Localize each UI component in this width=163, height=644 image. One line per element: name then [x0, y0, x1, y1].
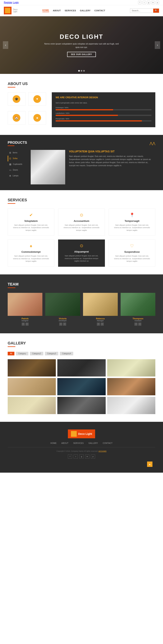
progress-item-1: Doloreque / 60%: [56, 107, 152, 110]
logo-text: Deco Light: [13, 8, 18, 13]
footer-nav: HOME ABOUT SERVICES GALLERY CONTACT: [8, 442, 155, 444]
search-button[interactable]: 🔍: [153, 9, 159, 13]
product-cat-cupboards[interactable]: ▦ Cupboards: [8, 162, 31, 167]
top-bar-links: Register Login: [4, 1, 18, 4]
team-fb-1[interactable]: f: [22, 322, 25, 326]
footer-fb-icon[interactable]: f: [68, 454, 72, 459]
hero-title: DECO LIGHT: [43, 33, 120, 40]
footer-copyright-link[interactable]: ACCIAMO: [98, 450, 106, 452]
services-grid: ✔ Voluptatem Nam aliquam pretium feugiat…: [8, 208, 155, 267]
gallery-item-7[interactable]: [8, 397, 56, 414]
service-desc-1: Nam aliquam pretium feugiat. Duis sem es…: [12, 224, 50, 232]
footer-nav-gallery[interactable]: GALLERY: [88, 442, 98, 444]
service-card-5-featured: ⊙ Aliquampret Nam aliquam pretium feugia…: [58, 240, 105, 267]
footer-tw-icon[interactable]: t: [74, 454, 78, 459]
linkedin-icon[interactable]: in: [151, 1, 155, 4]
hero-dot-3[interactable]: [83, 70, 85, 72]
footer: Deco Light HOME ABOUT SERVICES GALLERY C…: [0, 422, 163, 473]
product-cat-sofas[interactable]: ⊡ Sofas: [8, 156, 31, 162]
footer-li-icon[interactable]: in: [85, 454, 89, 459]
service-icon-4: ♠: [12, 244, 50, 248]
team-tw-2[interactable]: t: [63, 322, 66, 326]
service-desc-5: Nam aliquam pretium feugiat. Duis sem es…: [62, 255, 101, 262]
team-photo-2: [45, 293, 80, 316]
hero-dot-2[interactable]: [81, 70, 82, 72]
team-name-4: Thompson: [120, 318, 155, 320]
products-collapse-icon[interactable]: ⋀⋀: [150, 141, 155, 146]
gallery-filter-cat2[interactable]: Category2: [30, 352, 43, 356]
footer-nav-services[interactable]: SERVICES: [73, 442, 84, 444]
nav-home[interactable]: HOME: [42, 9, 49, 12]
footer-nav-contact[interactable]: CONTACT: [103, 442, 112, 444]
gallery-section: GALLERY All Category Category2 Category3…: [0, 333, 163, 422]
product-cat-doors[interactable]: ▭ Doors: [8, 167, 31, 173]
register-link[interactable]: Register: [4, 1, 12, 4]
top-bar: Register Login f t g in p: [0, 0, 163, 5]
about-icon-graduation: 🎓: [8, 92, 26, 106]
gallery-item-9[interactable]: [107, 397, 155, 414]
progress-bar-bg-3: [56, 120, 152, 122]
hero-prev-button[interactable]: ‹: [3, 41, 8, 49]
product-cat-lamps[interactable]: ⊗ Lamps: [8, 173, 31, 179]
footer-gp-icon[interactable]: g: [80, 454, 84, 459]
team-role-1: Designer: [8, 320, 42, 322]
gallery-filter-cat3[interactable]: Category3: [45, 352, 58, 356]
gallery-filter-cat1[interactable]: Category: [16, 352, 28, 356]
service-icon-1: ✔: [12, 212, 50, 218]
google-plus-icon[interactable]: g: [147, 1, 150, 4]
hero-dot-1[interactable]: [78, 70, 80, 72]
about-underline: [8, 87, 15, 88]
search-box[interactable]: 🔍: [130, 8, 159, 13]
gallery-item-5[interactable]: [57, 378, 106, 395]
chart-title: WE ARE CREATIVE INTERIOR DESIGN: [56, 96, 152, 99]
nav-services[interactable]: SERVICES: [64, 10, 76, 12]
progress-item-2: Laudantium / 65%: [56, 112, 152, 116]
product-cat-items[interactable]: ⊞ Items: [8, 150, 31, 156]
back-to-top-button[interactable]: ▲: [147, 462, 152, 467]
footer-logo-line2: Light: [86, 432, 92, 436]
gallery-filter-cat4[interactable]: Category4: [60, 352, 73, 356]
footer-logo-area: Deco Light: [8, 430, 155, 438]
gallery-item-8[interactable]: [57, 397, 106, 414]
search-input[interactable]: [130, 9, 153, 13]
nav-contact[interactable]: CONTACT: [94, 10, 105, 12]
team-fb-2[interactable]: f: [59, 322, 62, 326]
gallery-item-4[interactable]: [8, 378, 56, 395]
team-fb-4[interactable]: f: [134, 322, 138, 326]
lamps-icon: ⊗: [9, 174, 11, 177]
team-tw-3[interactable]: t: [101, 322, 104, 326]
team-fb-3[interactable]: f: [97, 322, 100, 326]
logo-line1: Deco: [13, 8, 18, 10]
nav-gallery[interactable]: GALLERY: [80, 10, 91, 12]
team-role-4: Assistant: [120, 320, 155, 322]
team-tw-1[interactable]: t: [26, 322, 28, 326]
top-bar-social: f t g in p: [138, 1, 159, 4]
hero-next-button[interactable]: ›: [155, 41, 160, 49]
service-card-4: ♠ Commodotempt Nam aliquam pretium feugi…: [8, 240, 54, 267]
team-card-1: Patrick Designer f t: [8, 293, 42, 326]
team-role-2: Developer: [45, 320, 80, 322]
service-card-2: ⊙ Accusantium Nam aliquam pretium feugia…: [58, 208, 105, 236]
progress-item-3: Perspiciatis / 90%: [56, 118, 152, 122]
footer-nav-about[interactable]: ABOUT: [61, 442, 68, 444]
logo[interactable]: Deco Light: [4, 7, 18, 14]
footer-logo[interactable]: Deco Light: [68, 430, 95, 438]
facebook-icon[interactable]: f: [138, 1, 142, 4]
gallery-item-6[interactable]: [107, 378, 155, 395]
login-link[interactable]: Login: [13, 1, 18, 4]
gallery-item-3[interactable]: [107, 359, 155, 376]
nav-about[interactable]: ABOUT: [53, 10, 61, 12]
gallery-item-1[interactable]: [8, 359, 56, 376]
items-label: Items: [13, 152, 17, 154]
pinterest-icon[interactable]: p: [156, 1, 159, 4]
gallery-filter-all[interactable]: All: [8, 352, 14, 356]
footer-divider: [8, 447, 155, 447]
twitter-icon[interactable]: t: [142, 1, 146, 4]
team-role-3: Manager: [83, 320, 118, 322]
gallery-item-2[interactable]: [57, 359, 106, 376]
footer-logo-text: Deco Light: [78, 432, 92, 436]
footer-pi-icon[interactable]: p: [91, 454, 95, 459]
footer-nav-home[interactable]: HOME: [50, 442, 56, 444]
team-tw-4[interactable]: t: [138, 322, 141, 326]
hero-cta-button[interactable]: SEE OUR GALLERY: [67, 52, 96, 57]
